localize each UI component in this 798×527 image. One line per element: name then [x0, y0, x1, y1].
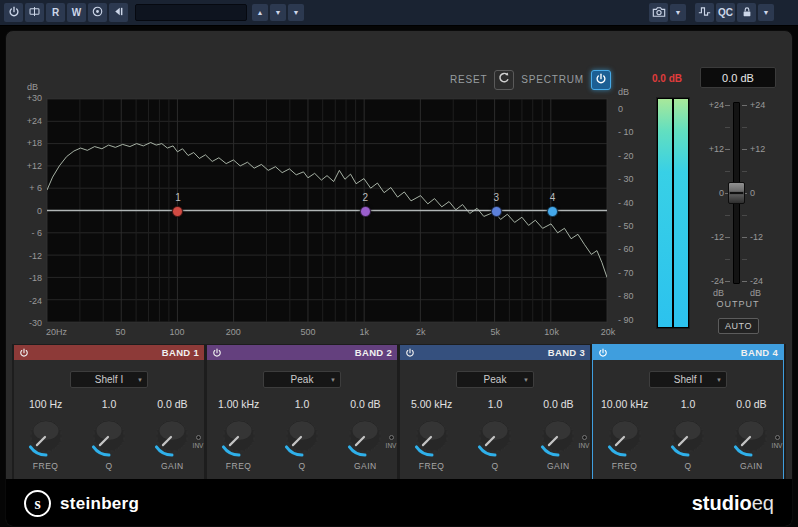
- band-1-type-dropdown[interactable]: Shelf I ▼: [70, 371, 148, 388]
- output-level-meter: [656, 97, 690, 329]
- invert-gain-toggle[interactable]: INV: [576, 435, 592, 449]
- q-value[interactable]: 1.0: [656, 398, 719, 410]
- previous-preset-button[interactable]: ▲: [252, 4, 268, 21]
- band-power-icon[interactable]: [19, 348, 29, 358]
- freq-value[interactable]: 5.00 kHz: [400, 398, 463, 410]
- fader-tick: [742, 105, 747, 106]
- freq-knob[interactable]: [217, 414, 261, 458]
- gain-knob[interactable]: [729, 414, 773, 458]
- q-value[interactable]: 1.0: [77, 398, 140, 410]
- band-1-header[interactable]: BAND 1: [14, 345, 204, 360]
- x-axis-tick: 5k: [490, 327, 500, 337]
- freq-value[interactable]: 100 Hz: [14, 398, 77, 410]
- invert-gain-toggle[interactable]: INV: [769, 435, 785, 449]
- next-preset-button[interactable]: ▼: [270, 4, 286, 21]
- gain-value[interactable]: 0.0 dB: [334, 398, 397, 410]
- invert-indicator: [775, 435, 780, 440]
- x-axis-tick: 20Hz: [46, 327, 67, 337]
- plugin-power-button[interactable]: [4, 3, 23, 22]
- write-automation-button[interactable]: W: [67, 3, 86, 22]
- display-controls: RESET SPECTRUM: [450, 69, 611, 90]
- fader-tick: [742, 259, 747, 260]
- output-fader-handle[interactable]: [728, 182, 745, 204]
- y-axis-tick: +12: [27, 161, 42, 171]
- band-4-section: BAND 4 Shelf I ▼ 10.00 kHz 1.0 0.0 dB IN…: [593, 345, 783, 479]
- q-knob[interactable]: [87, 414, 131, 458]
- freq-knob[interactable]: [410, 414, 454, 458]
- lock-button[interactable]: [737, 3, 756, 22]
- snapshot-menu-button[interactable]: ▼: [670, 4, 686, 21]
- band-4-type-dropdown[interactable]: Shelf I ▼: [649, 371, 727, 388]
- freq-knob-label: FREQ: [400, 461, 463, 471]
- freq-value[interactable]: 1.00 kHz: [207, 398, 270, 410]
- fader-tick: [742, 215, 747, 216]
- output-scale-label: +12: [750, 144, 765, 154]
- output-scale-label: 0: [750, 188, 755, 198]
- q-knob[interactable]: [666, 414, 710, 458]
- x-axis-tick: 100: [169, 327, 184, 337]
- bypass-button[interactable]: [25, 3, 44, 22]
- fader-tick: [725, 105, 730, 106]
- band-3-header[interactable]: BAND 3: [400, 345, 590, 360]
- q-value[interactable]: 1.0: [270, 398, 333, 410]
- invert-gain-toggle[interactable]: INV: [383, 435, 399, 449]
- x-axis-tick: 10k: [544, 327, 559, 337]
- invert-gain-toggle[interactable]: INV: [190, 435, 206, 449]
- band-2-handle[interactable]: [360, 206, 371, 217]
- q-knob[interactable]: [473, 414, 517, 458]
- q-knob[interactable]: [280, 414, 324, 458]
- preset-menu-button[interactable]: ▼: [288, 4, 304, 21]
- band-3-type-dropdown[interactable]: Peak ▼: [456, 371, 534, 388]
- product-name-bold: studio: [692, 492, 752, 514]
- freq-value[interactable]: 10.00 kHz: [593, 398, 656, 410]
- eq-display[interactable]: 1234: [46, 98, 608, 323]
- freq-knob[interactable]: [24, 414, 68, 458]
- band-3-handle[interactable]: [491, 206, 502, 217]
- functions-menu-button[interactable]: ▼: [758, 4, 774, 21]
- copy-ab-button[interactable]: [109, 3, 128, 22]
- product-name-light: eq: [752, 492, 774, 514]
- fader-tick: [725, 149, 730, 150]
- band-4-header[interactable]: BAND 4: [593, 345, 783, 360]
- band-title: BAND 4: [741, 347, 778, 358]
- band-power-icon[interactable]: [405, 348, 415, 358]
- pulse-icon: [698, 5, 711, 20]
- band-title: BAND 2: [355, 347, 392, 358]
- preset-name-field[interactable]: [135, 4, 247, 21]
- freq-knob[interactable]: [603, 414, 647, 458]
- quick-controls-button[interactable]: QC: [716, 3, 735, 22]
- fader-tick: [742, 171, 747, 172]
- studio-eq-panel: RESET SPECTRUM 0.0 dB 0.0 dB dB +30+24+1…: [5, 30, 793, 527]
- band-1-handle-number: 1: [175, 192, 181, 203]
- ab-compare-button[interactable]: [88, 3, 107, 22]
- gain-value[interactable]: 0.0 dB: [527, 398, 590, 410]
- chevron-down-icon: ▼: [330, 377, 336, 383]
- q-knob-label: Q: [270, 461, 333, 471]
- output-scale-label: +12: [709, 144, 724, 154]
- band-power-icon[interactable]: [212, 348, 222, 358]
- gain-value[interactable]: 0.0 dB: [720, 398, 783, 410]
- sidechain-button[interactable]: [695, 3, 714, 22]
- band-2-type-dropdown[interactable]: Peak ▼: [263, 371, 341, 388]
- power-icon: [8, 6, 20, 20]
- x-axis-tick: 1k: [359, 327, 369, 337]
- q-value[interactable]: 1.0: [463, 398, 526, 410]
- band-2-header[interactable]: BAND 2: [207, 345, 397, 360]
- output-scale-label: +24: [709, 100, 724, 110]
- band-type-value: Peak: [484, 374, 507, 385]
- gain-knob[interactable]: [343, 414, 387, 458]
- read-automation-button[interactable]: R: [46, 3, 65, 22]
- auto-gain-button[interactable]: AUTO: [718, 318, 759, 334]
- band-3-section: BAND 3 Peak ▼ 5.00 kHz 1.0 0.0 dB INV FR: [400, 345, 590, 479]
- gain-value[interactable]: 0.0 dB: [141, 398, 204, 410]
- spectrum-toggle-button[interactable]: [591, 70, 611, 90]
- snapshot-button[interactable]: [649, 3, 668, 22]
- reset-button[interactable]: [494, 70, 514, 90]
- gain-knob[interactable]: [150, 414, 194, 458]
- band-power-icon[interactable]: [598, 348, 608, 358]
- gain-knob[interactable]: [536, 414, 580, 458]
- eq-plot-svg: [47, 99, 607, 322]
- q-knob-label: Q: [656, 461, 719, 471]
- y-axis-tick: + 6: [29, 183, 42, 193]
- output-scale-label: +24: [750, 100, 765, 110]
